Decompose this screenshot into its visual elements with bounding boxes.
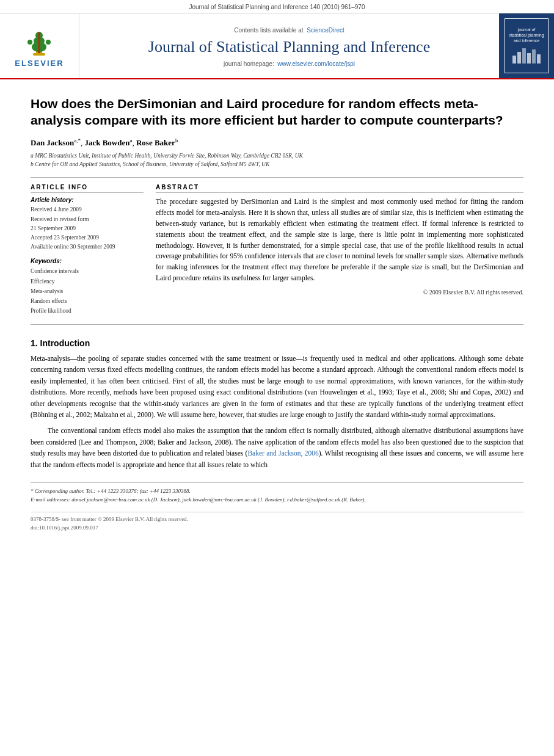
journal-thumbnail-text: journal ofstatistical planningand infere…	[509, 27, 544, 43]
homepage-prefix: journal homepage:	[224, 60, 274, 67]
footer-doi: doi:10.1016/j.jspi.2009.09.017	[31, 523, 523, 532]
journal-title-main: Journal of Statistical Planning and Infe…	[148, 37, 430, 56]
section1-para2: The conventional random effects model al…	[31, 425, 523, 470]
elsevier-logo: ELSEVIER	[15, 24, 64, 68]
keyword-4: Random effects	[31, 296, 144, 306]
article-title: How does the DerSimonian and Laird proce…	[31, 95, 523, 129]
divider-2	[31, 324, 523, 325]
svg-point-5	[46, 40, 51, 45]
svg-rect-11	[527, 53, 531, 64]
section1-para1: Meta-analysis—the pooling of separate st…	[31, 353, 523, 420]
footer-area: * Corresponding author. Tel.: +44 1223 3…	[31, 482, 523, 532]
footer-corresponding: * Corresponding author. Tel.: +44 1223 3…	[31, 487, 523, 495]
affiliations: a MRC Biostatistics Unit, Institute of P…	[31, 151, 523, 169]
history-label: Article history:	[31, 197, 144, 203]
keyword-1: Confidence intervals	[31, 266, 144, 276]
author1-sup: a,*	[74, 137, 81, 144]
article-info-col: Article Info Article history: Received 4…	[31, 184, 144, 316]
divider-1	[31, 177, 523, 178]
affiliation1: a MRC Biostatistics Unit, Institute of P…	[31, 151, 523, 160]
abstract-text: The procedure suggested by DerSimonian a…	[156, 197, 523, 284]
journal-top-header: Journal of Statistical Planning and Infe…	[0, 0, 554, 13]
main-content: How does the DerSimonian and Laird proce…	[0, 79, 554, 545]
publisher-header-center: Contents lists available at ScienceDirec…	[79, 13, 499, 78]
elsevier-brand: ELSEVIER	[15, 59, 64, 68]
baker-jackson-link[interactable]: Baker and Jackson, 2006	[247, 449, 318, 457]
available-online-date: Available online 30 September 2009	[31, 242, 144, 252]
svg-rect-7	[33, 53, 45, 56]
svg-rect-9	[517, 52, 521, 64]
thumbnail-graph-icon	[511, 43, 542, 65]
received-revised-label: Received in revised form	[31, 215, 144, 224]
homepage-link[interactable]: www.elsevier.com/locate/jspi	[277, 60, 355, 67]
author1-name: Dan Jackson	[31, 138, 74, 147]
keyword-5: Profile likelihood	[31, 306, 144, 316]
footer-issn: 0378-3758/$- see front matter © 2009 Els…	[31, 515, 523, 523]
section1-heading: 1. Introduction	[31, 338, 523, 348]
sciencedirect-prefix: Contents lists available at	[234, 27, 303, 34]
svg-rect-12	[532, 49, 536, 64]
author2-sup: a	[129, 137, 132, 144]
journal-homepage-line: journal homepage: www.elsevier.com/locat…	[224, 60, 355, 67]
sciencedirect-line: Contents lists available at ScienceDirec…	[234, 27, 344, 34]
footer-bottom: 0378-3758/$- see front matter © 2009 Els…	[31, 512, 523, 532]
svg-rect-13	[537, 54, 541, 64]
page-wrapper: Journal of Statistical Planning and Infe…	[0, 0, 554, 756]
svg-rect-6	[38, 32, 40, 53]
copyright-line: © 2009 Elsevier B.V. All rights reserved…	[156, 289, 523, 296]
sciencedirect-link[interactable]: ScienceDirect	[307, 27, 344, 34]
svg-point-4	[27, 40, 32, 45]
abstract-label: Abstract	[156, 184, 523, 193]
keywords-label: Keywords:	[31, 258, 144, 264]
footer-email: E-mail addresses: daniel.jackson@mrc-bsu…	[31, 495, 523, 504]
journal-thumbnail: journal ofstatistical planningand infere…	[505, 18, 549, 73]
author3-name: Rose Baker	[136, 138, 175, 147]
author2-name: Jack Bowden	[84, 138, 129, 147]
article-info-label: Article Info	[31, 184, 144, 193]
received-revised-date: 21 September 2009	[31, 224, 144, 233]
svg-rect-8	[512, 56, 516, 64]
elsevier-tree-icon	[18, 24, 60, 57]
journal-volume-info: Journal of Statistical Planning and Infe…	[189, 4, 365, 10]
publisher-header: ELSEVIER Contents lists available at Sci…	[0, 13, 554, 79]
author3-sup: b	[175, 137, 178, 144]
abstract-col: Abstract The procedure suggested by DerS…	[156, 184, 523, 316]
accepted-date: Accepted 23 September 2009	[31, 233, 144, 242]
two-col-section: Article Info Article history: Received 4…	[31, 184, 523, 316]
keyword-3: Meta-analysis	[31, 286, 144, 296]
elsevier-logo-area: ELSEVIER	[0, 13, 79, 78]
received-date: Received 4 June 2009	[31, 205, 144, 214]
keyword-2: Efficiency	[31, 277, 144, 286]
journal-thumbnail-area: journal ofstatistical planningand infere…	[499, 13, 554, 78]
svg-rect-10	[522, 48, 526, 64]
authors-line: Dan Jacksona,*, Jack Bowdena, Rose Baker…	[31, 137, 523, 148]
affiliation2: b Centre for OR and Applied Statistics, …	[31, 160, 523, 169]
